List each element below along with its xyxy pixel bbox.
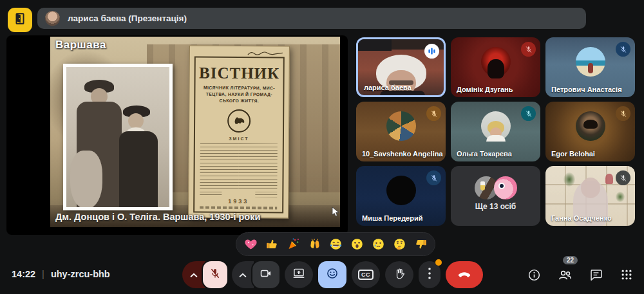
participant-name: Ольга Токарева: [457, 150, 512, 158]
meet-app: лариса баева (Презентація) ВІСТНИК: [0, 0, 644, 294]
mic-muted-icon: [616, 170, 630, 185]
mic-muted-icon: [616, 106, 630, 121]
slide-photo-frame: [63, 64, 173, 210]
mic-muted-icon: [616, 42, 630, 57]
reaction-party-popper-button[interactable]: [285, 237, 301, 252]
audio-speaking-indicator-icon: [424, 44, 439, 59]
tile-mysha-perederii[interactable]: Миша Передерий: [356, 166, 446, 226]
tile-savshenko-angelina[interactable]: 10_Savshenko Angelina: [356, 102, 446, 161]
camera-button[interactable]: [252, 261, 279, 288]
tile-dominik-dzuhan[interactable]: Домінік Дзугань: [451, 37, 540, 97]
mic-muted-button[interactable]: [203, 261, 227, 288]
stacked-avatars: [475, 176, 517, 199]
tile-larysa-baeva[interactable]: лариса баева: [356, 37, 446, 97]
reaction-thinking-button[interactable]: [392, 237, 407, 252]
participant-name: лариса баева: [364, 84, 412, 91]
magazine-frame: ВІСТНИК МІСЯЧНИК ЛІТЕРАТУРИ, МИС- ТЕЦТВА…: [193, 57, 285, 214]
participant-name: Egor Belohai: [551, 150, 595, 158]
participant-name: Петрович Анастасія: [551, 86, 622, 93]
slide-magazine-cover: ВІСТНИК МІСЯЧНИК ЛІТЕРАТУРИ, МИС- ТЕЦТВА…: [188, 45, 290, 218]
notification-dot: [435, 259, 442, 266]
cc-icon: CC: [358, 270, 374, 280]
people-panel-button[interactable]: 22: [556, 266, 573, 283]
participant-grid: лариса баева Домінік Дзугань Петрович Ан…: [356, 37, 635, 226]
participant-name: 10_Savshenko Angelina: [362, 150, 443, 158]
end-call-icon: [457, 266, 472, 284]
camera-options-chevron-button[interactable]: [232, 261, 254, 288]
mic-options-chevron-button[interactable]: [182, 261, 205, 288]
reactions-button[interactable]: [318, 261, 346, 288]
smiley-icon: [326, 267, 339, 282]
reaction-sparkling-heart-button[interactable]: [243, 237, 258, 252]
tile-hanna-osadchenko[interactable]: Ганна Осадченко: [545, 166, 635, 226]
mouse-cursor: [332, 207, 340, 220]
mic-muted-icon: [521, 106, 536, 121]
activities-grid-button[interactable]: [618, 266, 635, 283]
present-screen-icon: [292, 267, 305, 282]
presenter-name: лариса баева (Презентація): [68, 14, 187, 23]
slide-photo: [66, 67, 169, 207]
raise-hand-button[interactable]: [385, 261, 413, 288]
app-logo[interactable]: [8, 8, 32, 32]
participant-name: Ганна Осадченко: [551, 214, 612, 222]
tile-olha-tokareva[interactable]: Ольга Токарева: [451, 102, 540, 161]
presentation-tile[interactable]: ВІСТНИК МІСЯЧНИК ЛІТЕРАТУРИ, МИС- ТЕЦТВА…: [6, 35, 348, 235]
present-screen-button[interactable]: [285, 261, 313, 288]
presenter-pill[interactable]: лариса баева (Презентація): [37, 8, 586, 29]
meeting-code: uhy-zrcu-bhb: [51, 269, 110, 279]
participant-name: Домінік Дзугань: [457, 86, 513, 93]
video-camera-icon: [260, 267, 272, 282]
bottom-control-bar: 14:22 | uhy-zrcu-bhb: [0, 257, 644, 294]
panel-icons: 22: [526, 266, 635, 283]
avatar: [386, 111, 416, 141]
slide-image: ВІСТНИК МІСЯЧНИК ЛІТЕРАТУРИ, МИС- ТЕЦТВА…: [50, 37, 340, 227]
top-bar: лариса баева (Презентація): [0, 0, 644, 35]
participant-count-badge: 22: [563, 256, 578, 264]
magazine-emblem-icon: [227, 109, 251, 132]
reaction-crying-button[interactable]: [370, 237, 386, 252]
avatar: [386, 176, 416, 205]
magazine-year: 1933: [194, 198, 282, 205]
reaction-clapping-hands-button[interactable]: [307, 237, 322, 252]
reaction-surprised-button[interactable]: [349, 237, 365, 252]
more-people-label: Ще 13 осіб: [451, 202, 540, 211]
mic-off-icon: [209, 268, 221, 282]
mic-muted-icon: [426, 106, 441, 121]
chevron-up-icon: [190, 269, 198, 280]
reaction-thumbs-up-button[interactable]: [264, 237, 279, 252]
more-vert-icon: [428, 268, 431, 282]
reaction-thumbs-down-button[interactable]: [413, 237, 428, 252]
mic-muted-icon: [521, 42, 536, 57]
hand-icon: [393, 268, 406, 282]
clock-time: 14:22: [12, 269, 35, 279]
tile-more-people[interactable]: Ще 13 осіб: [451, 166, 540, 226]
magazine-toc-columns: [194, 140, 283, 190]
slide-title: Варшава: [55, 39, 106, 51]
chevron-up-icon: [239, 269, 247, 280]
captions-button[interactable]: CC: [352, 261, 380, 288]
meeting-info: 14:22 | uhy-zrcu-bhb: [12, 269, 110, 279]
magazine-title: ВІСТНИК: [196, 64, 283, 83]
meeting-details-button[interactable]: [526, 266, 542, 283]
chat-panel-button[interactable]: [587, 266, 604, 283]
reaction-joy-button[interactable]: [328, 237, 343, 252]
magazine-subtitle: МІСЯЧНИК ЛІТЕРАТУРИ, МИС- ТЕЦТВА, НАУКИ …: [195, 85, 283, 106]
tile-egor-belohai[interactable]: Egor Belohai: [545, 102, 635, 161]
presenter-avatar: [45, 11, 60, 26]
participant-name: Миша Передерий: [362, 214, 422, 222]
separator: |: [42, 269, 44, 279]
slide-caption: Дм. Донцов і О. Теліга. Варшава, 1930-і …: [55, 212, 260, 222]
tile-petrovych-anastasiia[interactable]: Петрович Анастасія: [545, 37, 635, 97]
door-icon: [13, 12, 27, 28]
leave-call-button[interactable]: [446, 261, 483, 288]
mic-muted-icon: [426, 170, 441, 185]
reactions-bar: [236, 232, 435, 256]
